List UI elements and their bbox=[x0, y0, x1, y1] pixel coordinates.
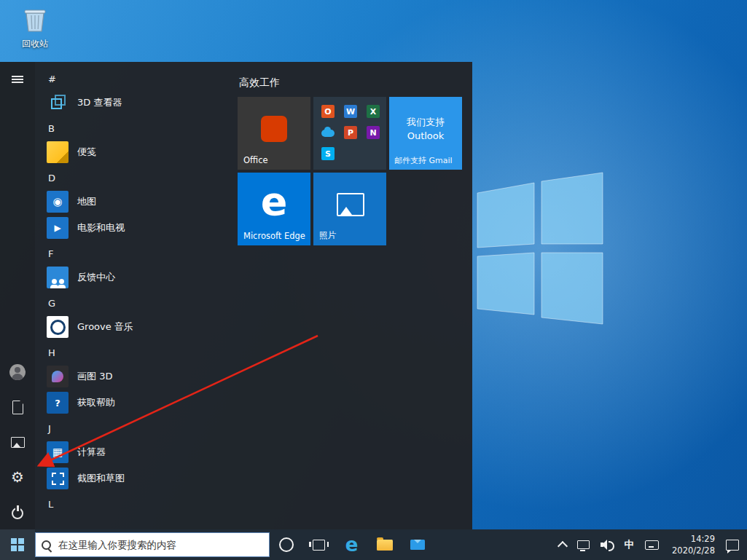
documents-button[interactable] bbox=[0, 390, 35, 425]
taskbar-search[interactable] bbox=[35, 532, 270, 557]
edge-taskbar-button[interactable]: e bbox=[335, 529, 368, 560]
app-label: 获取帮助 bbox=[77, 396, 115, 409]
app-item-3d-viewer[interactable]: 3D 查看器 bbox=[35, 90, 229, 116]
hamburger-icon bbox=[12, 74, 23, 84]
app-label: 地图 bbox=[77, 195, 96, 208]
tile-photos[interactable]: 照片 bbox=[313, 173, 386, 245]
mail-icon bbox=[410, 540, 425, 550]
start-menu-rail: ⚙ bbox=[0, 62, 35, 529]
app-item-movies-tv[interactable]: ▶ 电影和电视 bbox=[35, 215, 229, 241]
clock: 14:29 2020/2/28 bbox=[670, 533, 715, 556]
section-header[interactable]: L bbox=[35, 492, 229, 515]
app-label: 电影和电视 bbox=[77, 221, 125, 234]
app-item-groove-music[interactable]: Groove 音乐 bbox=[35, 314, 229, 340]
app-label: 反馈中心 bbox=[77, 271, 115, 284]
ime-indicator[interactable]: 中 bbox=[622, 529, 637, 560]
start-button[interactable] bbox=[0, 529, 35, 560]
onenote-icon: N bbox=[367, 126, 380, 139]
onedrive-icon bbox=[321, 130, 335, 137]
powerpoint-icon: P bbox=[344, 126, 357, 139]
paint-3d-icon bbox=[47, 366, 69, 387]
tile-office[interactable]: Office bbox=[238, 97, 310, 170]
volume-icon bbox=[601, 540, 614, 550]
power-icon bbox=[11, 505, 24, 518]
app-label: Groove 音乐 bbox=[77, 320, 133, 334]
snip-sketch-icon bbox=[47, 468, 69, 489]
tray-overflow-button[interactable] bbox=[557, 529, 568, 560]
movies-tv-icon: ▶ bbox=[47, 217, 69, 239]
touch-keyboard-button[interactable] bbox=[643, 529, 661, 560]
app-item-snip-sketch[interactable]: 截图和草图 bbox=[35, 465, 229, 492]
task-view-button[interactable] bbox=[302, 529, 335, 560]
tiles-panel: 高效工作 Office O W X P N S 我们支持 Outlook 邮 bbox=[229, 62, 472, 529]
feedback-hub-icon bbox=[47, 267, 69, 288]
clock-button[interactable]: 14:29 2020/2/28 bbox=[668, 529, 717, 560]
tile-group-title[interactable]: 高效工作 bbox=[239, 76, 462, 90]
mail-taskbar-button[interactable] bbox=[401, 529, 434, 560]
sticky-notes-icon bbox=[47, 141, 69, 163]
volume-button[interactable] bbox=[598, 529, 616, 560]
time-label: 14:29 bbox=[670, 533, 715, 545]
section-header[interactable]: F bbox=[35, 241, 229, 264]
ime-label: 中 bbox=[625, 538, 635, 551]
tile-mail[interactable]: 我们支持 Outlook 邮件支持 Gmail bbox=[389, 97, 462, 170]
wallpaper-windows-logo bbox=[470, 171, 616, 328]
cortana-button[interactable] bbox=[270, 529, 302, 560]
app-item-paint-3d[interactable]: 画图 3D bbox=[35, 363, 229, 390]
photos-icon bbox=[337, 193, 364, 216]
app-item-sticky-notes[interactable]: 便笺 bbox=[35, 139, 229, 165]
power-button[interactable] bbox=[0, 494, 35, 529]
app-label: 便笺 bbox=[77, 146, 96, 159]
section-header[interactable]: B bbox=[35, 116, 229, 139]
section-header[interactable]: D bbox=[35, 165, 229, 189]
app-item-maps[interactable]: ◉ 地图 bbox=[35, 189, 229, 215]
gear-icon: ⚙ bbox=[11, 470, 24, 484]
pictures-icon bbox=[11, 437, 25, 448]
app-label: 3D 查看器 bbox=[77, 96, 122, 109]
recycle-bin-label: 回收站 bbox=[12, 38, 58, 50]
tile-microsoft-edge[interactable]: e Microsoft Edge bbox=[238, 173, 310, 245]
action-center-button[interactable] bbox=[724, 529, 741, 560]
mail-live-tile-footer: 邮件支持 Gmail bbox=[394, 155, 453, 166]
document-icon bbox=[12, 401, 23, 414]
network-button[interactable] bbox=[575, 529, 592, 560]
maps-icon: ◉ bbox=[47, 191, 69, 213]
recycle-bin-icon bbox=[21, 6, 49, 33]
tile-label: Office bbox=[243, 155, 268, 165]
calculator-icon: ▦ bbox=[47, 441, 69, 463]
section-header[interactable]: J bbox=[35, 416, 229, 439]
section-header[interactable]: G bbox=[35, 291, 229, 314]
office-logo-icon bbox=[261, 116, 287, 142]
start-menu: ⚙ # 3D 查看器 B 便笺 D ◉ 地图 ▶ 电影和电视 F 反馈中心 G bbox=[0, 62, 472, 529]
taskbar: e 中 14:29 2020/2/28 bbox=[0, 529, 747, 560]
network-icon bbox=[577, 540, 590, 549]
search-icon bbox=[42, 540, 51, 550]
folder-icon bbox=[377, 540, 393, 551]
section-header[interactable]: # bbox=[35, 66, 229, 90]
search-input[interactable] bbox=[57, 538, 263, 551]
office-suite-icons: O W X P N S bbox=[313, 97, 386, 168]
task-view-icon bbox=[313, 540, 325, 551]
edge-icon: e bbox=[345, 535, 359, 554]
skype-icon: S bbox=[321, 147, 335, 160]
mail-live-tile-headline: 我们支持 Outlook bbox=[398, 116, 453, 143]
user-avatar-icon bbox=[9, 364, 26, 380]
user-account-button[interactable] bbox=[0, 355, 35, 390]
desktop: { "desktop": { "recycle_bin_label": "回收站… bbox=[0, 0, 747, 560]
expand-menu-button[interactable] bbox=[0, 62, 35, 97]
windows-logo-icon bbox=[11, 538, 24, 551]
edge-logo-icon: e bbox=[238, 178, 310, 224]
file-explorer-button[interactable] bbox=[368, 529, 401, 560]
excel-icon: X bbox=[367, 105, 380, 118]
recycle-bin[interactable]: 回收站 bbox=[12, 6, 58, 50]
pictures-button[interactable] bbox=[0, 425, 35, 460]
section-header[interactable]: H bbox=[35, 340, 229, 363]
app-item-feedback-hub[interactable]: 反馈中心 bbox=[35, 264, 229, 291]
groove-music-icon bbox=[47, 316, 69, 338]
app-item-get-help[interactable]: ? 获取帮助 bbox=[35, 390, 229, 416]
tile-grid: Office O W X P N S 我们支持 Outlook 邮件支持 Gma… bbox=[238, 97, 462, 245]
app-item-calculator[interactable]: ▦ 计算器 bbox=[35, 439, 229, 465]
app-label: 画图 3D bbox=[77, 370, 112, 383]
tile-office-suite[interactable]: O W X P N S bbox=[313, 97, 386, 170]
settings-button[interactable]: ⚙ bbox=[0, 460, 35, 494]
